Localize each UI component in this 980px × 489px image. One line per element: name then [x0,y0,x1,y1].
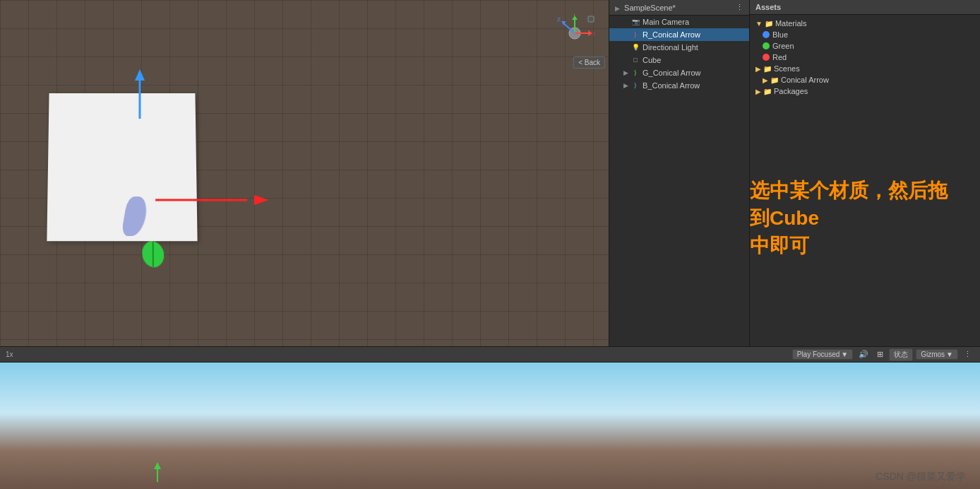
tree-label-green: Green [772,42,794,50]
light-icon: 💡 [631,42,640,52]
bottom-green-arrow [152,462,163,485]
blue-shadow [121,196,149,236]
bottom-area: 1x Play Focused ▼ 🔊 ⊞ 状态 Gizmos ▼ ⋮ CSDN… [0,346,980,489]
hierarchy-label-g-conical-arrow: G_Conical Arrow [643,69,701,77]
play-focused-label: Play Focused [797,350,840,358]
hierarchy-item-b-conical-arrow[interactable]: ▶ ⟩ B_Conical Arrow [609,79,749,92]
hierarchy-item-directional-light[interactable]: 💡 Directional Light [609,41,749,54]
svg-text:X: X [593,30,594,37]
bottom-toolbar: 1x Play Focused ▼ 🔊 ⊞ 状态 Gizmos ▼ ⋮ [0,347,980,363]
tree-label-materials: Materials [775,19,807,28]
red-material-icon [763,54,770,61]
volume-button[interactable]: 🔊 [856,349,871,360]
scenes-expand-icon: ▶ [755,65,761,73]
hierarchy-item-g-conical-arrow[interactable]: ▶ ⟩ G_Conical Arrow [609,66,749,79]
svg-rect-16 [588,16,594,22]
tree-item-green[interactable]: Green [753,40,977,52]
green-material-icon [763,42,770,49]
sky-gradient [0,363,980,489]
red-right-arrow-container [155,192,268,210]
cube-icon: □ [631,55,640,65]
watermark-text: CSDN @很菜又爱学 [876,471,966,482]
annotation-line1: 选中某个材质，然后拖到Cube [750,177,959,232]
hierarchy-item-cube[interactable]: □ Cube [609,54,749,66]
folder-expand-icon: ▼ [755,20,763,28]
watermark: CSDN @很菜又爱学 [876,471,966,483]
arrow-red-icon: ⟩ [631,30,640,40]
blue-up-arrow-svg [133,69,147,126]
game-view: CSDN @很菜又爱学 [0,363,980,489]
hierarchy-item-main-camera[interactable]: 📷 Main Camera [609,16,749,28]
annotation-line2: 中即可 [750,232,959,259]
tree-label-packages: Packages [774,87,808,95]
tree-item-materials[interactable]: ▼ 📁 Materials [753,18,977,29]
blue-material-icon [763,31,770,38]
tree-item-conical-arrow[interactable]: ▶ 📁 Conical Arrow [753,74,977,86]
hierarchy-header: ▶ SampleScene* ⋮ [609,0,749,16]
gizmos-label: Gizmos [921,350,945,358]
svg-marker-18 [154,462,161,469]
tree-item-packages[interactable]: ▶ 📁 Packages [753,86,977,97]
zoom-label: 1x [6,350,13,358]
hierarchy-label-b-conical-arrow: B_Conical Arrow [643,81,700,90]
play-focused-button[interactable]: Play Focused ▼ [792,349,854,360]
expand-arrow-b: ▶ [623,82,631,89]
grid-button[interactable]: ⊞ [874,349,886,360]
cube-platform [47,93,197,241]
red-right-arrow-svg [155,192,268,208]
expand-arrow-g: ▶ [623,69,631,76]
svg-text:Z: Z [557,16,561,23]
packages-expand-icon: ▶ [755,88,761,95]
bottom-green-arrow-svg [152,462,163,483]
tree-item-red[interactable]: Red [753,52,977,63]
hierarchy-label-directional-light: Directional Light [643,43,698,52]
tree-label-conical-arrow: Conical Arrow [781,76,829,84]
tree-item-blue[interactable]: Blue [753,29,977,40]
play-focused-dropdown-icon[interactable]: ▼ [841,350,848,358]
svg-text:Y: Y [573,14,577,17]
camera-icon: 📷 [631,17,640,27]
more-options-button[interactable]: ⋮ [961,349,974,360]
materials-folder-icon: 📁 [765,20,773,28]
blue-up-arrow-container [133,69,147,128]
hierarchy-panel: ▶ SampleScene* ⋮ 📷 Main Camera ⟩ R_Conic… [609,0,750,346]
scenes-folder-icon: 📁 [763,65,772,73]
tree-label-red: Red [772,53,787,61]
tree-item-scenes[interactable]: ▶ 📁 Scenes [753,63,977,74]
svg-marker-5 [254,195,268,205]
project-panel: Assets ▼ 📁 Materials Blue Green Red [750,0,980,346]
arrow-blue-icon: ⟩ [631,81,640,90]
project-title: Assets [755,3,781,11]
arrow-green-icon: ⟩ [631,68,640,78]
gizmo-widget: X Y Z [556,14,594,53]
hierarchy-menu-icon[interactable]: ⋮ [736,3,743,12]
hierarchy-item-r-conical-arrow[interactable]: ⟩ R_Conical Arrow [609,28,749,41]
conical-arrow-expand-icon: ▶ [763,76,768,84]
svg-marker-3 [135,69,145,81]
gizmos-button[interactable]: Gizmos ▼ [916,349,958,360]
tree-label-scenes: Scenes [774,64,800,73]
packages-folder-icon: 📁 [763,88,772,95]
conical-arrow-folder-icon: 📁 [770,76,779,84]
hierarchy-title: ▶ SampleScene* [615,4,676,12]
state-button[interactable]: 状态 [889,348,913,361]
back-button[interactable]: < Back [573,57,605,69]
gizmo-svg: X Y Z [556,14,594,53]
gizmos-dropdown-icon: ▼ [946,350,953,358]
hierarchy-label-r-conical-arrow: R_Conical Arrow [643,30,700,39]
main-area: X Y Z < Back ▶ SampleScene* ⋮ [0,0,980,346]
hierarchy-label-cube: Cube [643,56,661,64]
hierarchy-label-main-camera: Main Camera [643,18,689,26]
annotation-text: 选中某个材质，然后拖到Cube 中即可 [750,177,959,260]
tree-label-blue: Blue [772,30,788,39]
scene-viewport[interactable]: X Y Z < Back [0,0,609,346]
green-leaf [138,234,167,271]
project-header: Assets [750,0,980,15]
svg-marker-8 [588,30,592,36]
